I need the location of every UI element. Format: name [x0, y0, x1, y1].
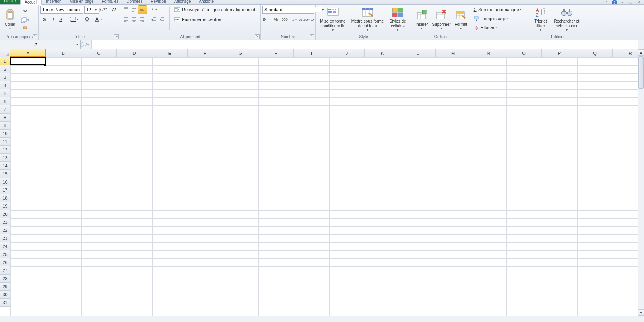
- row-header[interactable]: 3: [0, 73, 10, 81]
- row-header[interactable]: 7: [0, 105, 10, 114]
- tab-formules[interactable]: Formules: [98, 0, 123, 4]
- align-right-button[interactable]: [138, 15, 147, 23]
- tab-donnees[interactable]: Données: [122, 0, 147, 4]
- formula-input[interactable]: [91, 40, 638, 49]
- cell-styles-button[interactable]: Styles de cellules▼: [386, 6, 409, 32]
- row-header[interactable]: 23: [0, 234, 10, 242]
- fill-button[interactable]: Remplissage▾: [473, 14, 517, 23]
- font-dialog-launcher[interactable]: ↘: [114, 34, 119, 39]
- select-all-corner[interactable]: [0, 49, 10, 57]
- minimize-ribbon-icon[interactable]: ˄: [604, 0, 609, 4]
- column-header[interactable]: Q: [577, 49, 613, 57]
- format-as-table-button[interactable]: Mettre sous forme de tableau▼: [350, 6, 385, 32]
- close-window-icon[interactable]: ✕: [636, 0, 642, 4]
- column-header[interactable]: C: [81, 49, 117, 57]
- delete-cells-button[interactable]: Supprimer▼: [431, 6, 451, 32]
- vertical-scrollbar[interactable]: ▲ ▼: [638, 49, 644, 316]
- format-cells-button[interactable]: Format▼: [453, 6, 469, 32]
- sort-filter-button[interactable]: AZ Trier et filtrer▼: [531, 6, 550, 32]
- font-family-combo[interactable]: ▾: [40, 6, 83, 14]
- chevron-down-icon[interactable]: ▾: [74, 43, 80, 46]
- thousands-button[interactable]: 000: [281, 15, 289, 23]
- conditional-formatting-button[interactable]: Mise en forme conditionnelle▼: [317, 6, 349, 32]
- restore-window-icon[interactable]: ▭: [628, 0, 634, 4]
- column-header[interactable]: P: [542, 49, 577, 57]
- orientation-button[interactable]: ⤹▾: [150, 6, 158, 14]
- currency-button[interactable]: ₪▾: [262, 15, 271, 23]
- decrease-indent-button[interactable]: [150, 15, 158, 23]
- tab-insertion[interactable]: Insertion: [42, 0, 65, 4]
- merge-center-button[interactable]: Fusionner et centrer ▾: [173, 15, 229, 23]
- font-size-combo[interactable]: ▾: [84, 6, 99, 14]
- font-size-input[interactable]: [85, 7, 93, 12]
- column-header[interactable]: G: [223, 49, 258, 57]
- name-box[interactable]: ▾: [0, 40, 80, 49]
- row-header[interactable]: 6: [0, 97, 10, 105]
- tab-file[interactable]: Fichier: [0, 0, 20, 4]
- column-header[interactable]: O: [506, 49, 542, 57]
- align-center-button[interactable]: [130, 15, 138, 23]
- row-header[interactable]: 9: [0, 122, 10, 130]
- insert-cells-button[interactable]: Insérer▼: [414, 6, 429, 32]
- horizontal-scrollbar[interactable]: [0, 316, 644, 322]
- row-header[interactable]: 22: [0, 226, 10, 234]
- column-header[interactable]: M: [436, 49, 471, 57]
- font-color-button[interactable]: A▾: [93, 15, 103, 23]
- row-header[interactable]: 8: [0, 114, 10, 122]
- column-header[interactable]: N: [471, 49, 506, 57]
- autosum-button[interactable]: Σ Somme automatique▾: [473, 6, 529, 14]
- scroll-down-button[interactable]: ▼: [638, 309, 644, 316]
- align-middle-button[interactable]: [130, 6, 138, 14]
- row-header[interactable]: 29: [0, 283, 10, 291]
- row-header[interactable]: 13: [0, 154, 10, 162]
- number-format-combo[interactable]: ▾: [262, 6, 314, 14]
- increase-font-button[interactable]: A▴: [101, 6, 109, 14]
- row-header[interactable]: 14: [0, 162, 10, 170]
- tab-affichage[interactable]: Affichage: [170, 0, 195, 4]
- minimize-window-icon[interactable]: −: [620, 0, 625, 4]
- column-header[interactable]: J: [329, 49, 365, 57]
- column-header[interactable]: F: [188, 49, 223, 57]
- fx-icon[interactable]: fx: [85, 42, 91, 47]
- chevron-down-icon[interactable]: ▾: [93, 8, 98, 12]
- row-header[interactable]: 20: [0, 210, 10, 218]
- row-header[interactable]: 16: [0, 178, 10, 186]
- number-format-input[interactable]: [263, 7, 322, 12]
- row-header[interactable]: 18: [0, 194, 10, 202]
- alignment-dialog-launcher[interactable]: ↘: [255, 34, 260, 39]
- tab-antidote[interactable]: Antidote: [195, 0, 218, 4]
- clear-button[interactable]: Effacer▾: [473, 23, 505, 31]
- increase-indent-button[interactable]: [158, 15, 166, 23]
- wrap-text-button[interactable]: Renvoyer à la ligne automatiquement: [173, 6, 258, 14]
- align-bottom-button[interactable]: [138, 6, 147, 14]
- number-dialog-launcher[interactable]: ↘: [310, 34, 314, 39]
- column-header[interactable]: B: [46, 49, 81, 57]
- active-cell[interactable]: [10, 57, 46, 65]
- scroll-up-button[interactable]: ▲: [638, 49, 644, 56]
- percent-button[interactable]: %: [272, 15, 280, 23]
- row-header[interactable]: 25: [0, 250, 10, 258]
- tab-revision[interactable]: Révision: [147, 0, 170, 4]
- column-header[interactable]: K: [365, 49, 400, 57]
- row-header[interactable]: 31: [0, 299, 10, 307]
- decrease-decimal-button[interactable]: .00→.0: [303, 15, 314, 23]
- align-left-button[interactable]: [122, 15, 130, 23]
- cut-button[interactable]: ✂: [20, 7, 30, 15]
- paste-button[interactable]: Coller ▼: [2, 6, 19, 32]
- expand-formula-bar-button[interactable]: ⌄: [638, 40, 644, 49]
- row-header[interactable]: 2: [0, 65, 10, 73]
- cells-area[interactable]: [10, 57, 638, 316]
- row-header[interactable]: 11: [0, 138, 10, 146]
- row-header[interactable]: 27: [0, 266, 10, 275]
- row-header[interactable]: 10: [0, 130, 10, 138]
- row-header[interactable]: 24: [0, 242, 10, 250]
- underline-button[interactable]: S▾: [58, 15, 66, 23]
- column-header[interactable]: I: [294, 49, 329, 57]
- vertical-scroll-thumb[interactable]: [638, 56, 644, 89]
- row-header[interactable]: 28: [0, 275, 10, 283]
- row-header[interactable]: 26: [0, 258, 10, 266]
- row-header[interactable]: 30: [0, 291, 10, 299]
- row-header[interactable]: 5: [0, 89, 10, 97]
- column-header[interactable]: D: [117, 49, 152, 57]
- bold-button[interactable]: G: [40, 15, 48, 23]
